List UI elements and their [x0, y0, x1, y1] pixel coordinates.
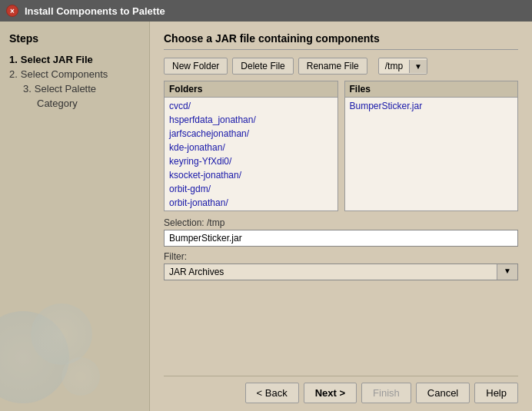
- step-3: 3. Select Palette Category: [9, 83, 140, 109]
- toolbar: New Folder Delete File Rename File /tmp …: [164, 58, 518, 75]
- file-item-bumpersticker[interactable]: BumperSticker.jar: [345, 99, 518, 113]
- folders-panel: Folders cvcd/ hsperfdata_jonathan/ jarfs…: [164, 81, 338, 211]
- folders-header: Folders: [165, 81, 337, 98]
- window-title: Install Components to Palette: [25, 5, 165, 17]
- folder-item-keyring[interactable]: keyring-YfXdi0/: [165, 154, 337, 168]
- filter-arrow-icon[interactable]: ▼: [497, 264, 517, 280]
- folders-list[interactable]: cvcd/ hsperfdata_jonathan/ jarfscachejon…: [165, 98, 337, 210]
- step-1: 1. Select JAR File: [9, 54, 140, 65]
- sidebar-title: Steps: [9, 32, 140, 45]
- titlebar: × Install Components to Palette: [0, 0, 532, 22]
- sidebar: Steps 1. Select JAR File 2. Select Compo…: [0, 22, 150, 411]
- finish-button[interactable]: Finish: [361, 383, 411, 403]
- next-button[interactable]: Next >: [304, 383, 357, 403]
- folder-item-ksocket[interactable]: ksocket-jonathan/: [165, 168, 337, 182]
- filter-row: Filter: JAR Archives ▼: [164, 251, 518, 280]
- step-2: 2. Select Components: [9, 68, 140, 80]
- back-button[interactable]: < Back: [245, 383, 299, 403]
- files-list[interactable]: BumperSticker.jar: [345, 98, 518, 210]
- new-folder-button[interactable]: New Folder: [164, 58, 228, 75]
- content-area: Choose a JAR file containing components …: [150, 22, 532, 411]
- delete-file-button[interactable]: Delete File: [232, 58, 293, 75]
- path-arrow-icon[interactable]: ▼: [409, 60, 427, 73]
- file-browser: Folders cvcd/ hsperfdata_jonathan/ jarfs…: [164, 81, 518, 211]
- rename-file-button[interactable]: Rename File: [298, 58, 367, 75]
- path-dropdown[interactable]: /tmp ▼: [378, 58, 427, 75]
- selection-row: Selection: /tmp: [164, 217, 518, 247]
- main-container: Steps 1. Select JAR File 2. Select Compo…: [0, 22, 532, 411]
- filter-value: JAR Archives: [165, 264, 497, 280]
- cancel-button[interactable]: Cancel: [416, 383, 470, 403]
- selection-input[interactable]: [164, 230, 518, 247]
- filter-dropdown[interactable]: JAR Archives ▼: [164, 264, 518, 280]
- help-button[interactable]: Help: [474, 383, 518, 403]
- sidebar-decoration: [0, 288, 149, 411]
- close-button[interactable]: ×: [6, 5, 18, 17]
- folder-item-cvcd[interactable]: cvcd/: [165, 99, 337, 113]
- folder-item-hsperfdata[interactable]: hsperfdata_jonathan/: [165, 113, 337, 127]
- files-header: Files: [345, 81, 518, 98]
- files-panel: Files BumperSticker.jar: [344, 81, 519, 211]
- selection-label: Selection: /tmp: [164, 217, 518, 228]
- content-title: Choose a JAR file containing components: [164, 32, 518, 50]
- folder-item-kde[interactable]: kde-jonathan/: [165, 141, 337, 154]
- folder-item-orbit-jonathan[interactable]: orbit-jonathan/: [165, 196, 337, 210]
- bottom-bar: < Back Next > Finish Cancel Help: [164, 376, 518, 403]
- folder-item-orbit-gdm[interactable]: orbit-gdm/: [165, 182, 337, 196]
- filter-label: Filter:: [164, 251, 518, 262]
- steps-list: 1. Select JAR File 2. Select Components …: [9, 54, 140, 109]
- folder-item-jarfscache[interactable]: jarfscachejonathan/: [165, 127, 337, 141]
- path-value: /tmp: [379, 58, 409, 74]
